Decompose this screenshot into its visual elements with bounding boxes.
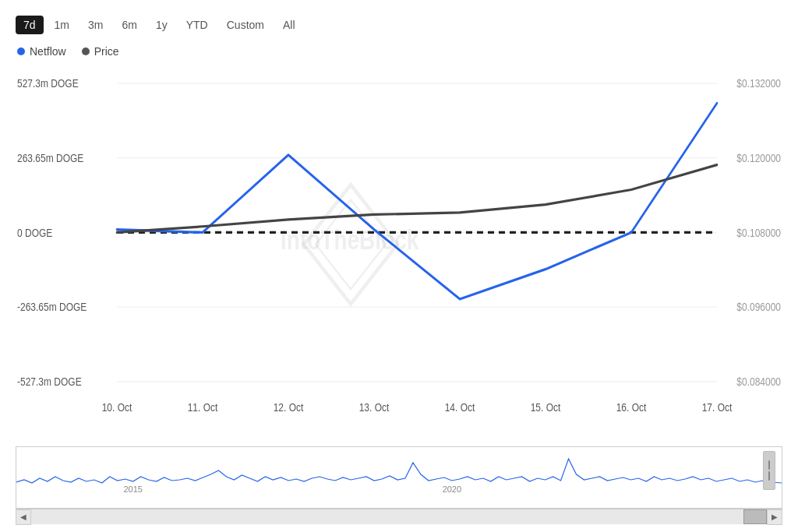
svg-text:$0.120000: $0.120000	[736, 151, 781, 164]
svg-text:11. Oct: 11. Oct	[188, 401, 218, 414]
svg-text:$0.132000: $0.132000	[736, 77, 781, 90]
svg-text:263.65m DOGE: 263.65m DOGE	[17, 151, 83, 164]
mini-chart-container: 2015 2020	[16, 446, 782, 509]
scroll-left-arrow[interactable]: ◀	[16, 509, 31, 525]
btn-custom[interactable]: Custom	[219, 16, 272, 34]
svg-text:$0.096000: $0.096000	[736, 301, 781, 314]
btn-1y[interactable]: 1y	[148, 16, 175, 34]
svg-text:0 DOGE: 0 DOGE	[17, 226, 52, 239]
chart-legend: Netflow Price	[16, 45, 782, 58]
btn-ytd[interactable]: YTD	[178, 16, 216, 34]
mini-chart-svg: 2015 2020	[16, 447, 782, 495]
btn-3m[interactable]: 3m	[80, 16, 111, 34]
svg-text:IntoTheBlock: IntoTheBlock	[281, 224, 418, 255]
scrollbar: ◀ ▶	[16, 509, 782, 524]
mini-drag-handle[interactable]	[763, 451, 775, 490]
svg-text:2015: 2015	[124, 484, 143, 494]
chart-wrapper: 527.3m DOGE 263.65m DOGE 0 DOGE -263.65m…	[16, 65, 782, 524]
scroll-track[interactable]	[31, 509, 767, 524]
scroll-thumb[interactable]	[743, 509, 767, 524]
scroll-right-arrow[interactable]: ▶	[767, 509, 782, 525]
legend-price: Price	[82, 45, 119, 58]
svg-text:$0.108000: $0.108000	[736, 226, 781, 239]
main-container: 7d 1m 3m 6m 1y YTD Custom All Netflow Pr…	[0, 0, 798, 532]
svg-text:17. Oct: 17. Oct	[702, 401, 733, 414]
netflow-label: Netflow	[30, 45, 66, 58]
svg-text:-527.3m DOGE: -527.3m DOGE	[17, 375, 82, 389]
btn-1m[interactable]: 1m	[47, 16, 77, 34]
price-dot	[82, 48, 90, 55]
netflow-dot	[17, 48, 25, 55]
svg-text:12. Oct: 12. Oct	[274, 401, 304, 414]
svg-text:-263.65m DOGE: -263.65m DOGE	[17, 301, 87, 314]
btn-7d[interactable]: 7d	[16, 16, 44, 34]
main-chart-svg: 527.3m DOGE 263.65m DOGE 0 DOGE -263.65m…	[16, 65, 782, 443]
svg-text:$0.084000: $0.084000	[736, 375, 781, 389]
svg-text:14. Oct: 14. Oct	[445, 401, 475, 414]
svg-text:16. Oct: 16. Oct	[616, 401, 647, 414]
svg-text:2020: 2020	[443, 484, 461, 494]
svg-text:527.3m DOGE: 527.3m DOGE	[17, 77, 79, 90]
btn-all[interactable]: All	[275, 16, 303, 34]
svg-text:10. Oct: 10. Oct	[102, 401, 132, 414]
main-chart: 527.3m DOGE 263.65m DOGE 0 DOGE -263.65m…	[16, 65, 782, 443]
btn-6m[interactable]: 6m	[114, 16, 144, 34]
legend-netflow: Netflow	[17, 45, 66, 58]
price-label: Price	[94, 45, 119, 58]
time-range-bar: 7d 1m 3m 6m 1y YTD Custom All	[16, 16, 782, 34]
svg-text:13. Oct: 13. Oct	[359, 401, 390, 414]
svg-text:15. Oct: 15. Oct	[531, 401, 561, 414]
